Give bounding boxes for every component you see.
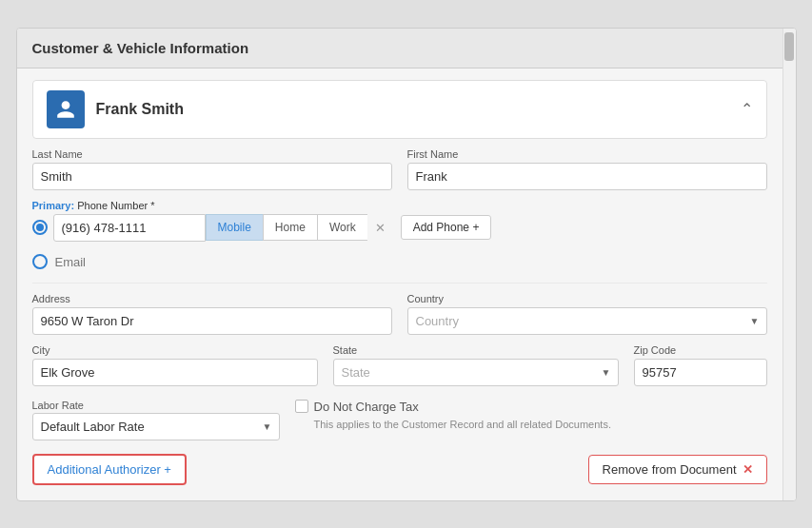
customer-header: Frank Smith ⌃ (32, 80, 767, 139)
labor-rate-select[interactable]: Default Labor Rate (32, 413, 280, 440)
email-row (32, 251, 767, 284)
phone-primary-label: Primary: (32, 200, 75, 211)
country-group: Country Country (407, 293, 767, 335)
customer-vehicle-panel: Customer & Vehicle Information Frank Smi… (16, 28, 797, 501)
zip-group: Zip Code (634, 344, 767, 386)
first-name-group: First Name (407, 148, 767, 190)
tax-sub-text: This applies to the Customer Record and … (314, 418, 767, 432)
country-label: Country (407, 293, 767, 304)
phone-delete-btn[interactable]: ✕ (367, 215, 393, 241)
country-select[interactable]: Country (407, 307, 767, 335)
address-country-row: Address Country Country (32, 293, 767, 335)
zip-label: Zip Code (634, 344, 767, 356)
phone-section-label: Primary: Phone Number * (32, 200, 767, 211)
phone-section: Primary: Phone Number * Mobile Home Work… (32, 200, 767, 242)
collapse-icon[interactable]: ⌃ (741, 100, 753, 118)
state-select-wrapper: State (333, 359, 619, 386)
state-group: State State (333, 344, 619, 386)
radio-inner-dot (36, 224, 44, 231)
first-name-label: First Name (407, 148, 767, 160)
remove-doc-x-icon: ✕ (743, 462, 753, 477)
city-input[interactable] (32, 359, 318, 386)
city-state-zip-row: City State State Zip Code (32, 344, 767, 386)
remove-from-document-button[interactable]: Remove from Document ✕ (588, 455, 767, 484)
additional-authorizer-button[interactable]: Additional Authorizer + (32, 454, 187, 485)
phone-radio[interactable] (32, 220, 48, 235)
content-area: Frank Smith ⌃ Last Name First Name Prima… (17, 80, 782, 500)
tax-group: Do Not Charge Tax This applies to the Cu… (295, 396, 767, 432)
labor-rate-group: Labor Rate Default Labor Rate (32, 396, 280, 440)
city-group: City (32, 344, 318, 386)
email-input[interactable] (55, 251, 767, 273)
first-name-input[interactable] (407, 163, 767, 190)
scrollbar-thumb[interactable] (784, 32, 794, 61)
scrollbar[interactable] (782, 29, 796, 500)
zip-input[interactable] (634, 359, 767, 386)
labor-rate-select-wrapper: Default Labor Rate (32, 413, 280, 440)
customer-avatar (47, 90, 85, 128)
remove-doc-label: Remove from Document (603, 462, 737, 477)
person-icon (55, 99, 76, 120)
country-select-wrapper: Country (407, 307, 767, 335)
state-select[interactable]: State (333, 359, 619, 386)
labor-tax-row: Labor Rate Default Labor Rate Do Not Cha… (32, 396, 767, 440)
last-name-group: Last Name (32, 148, 392, 190)
phone-type-home[interactable]: Home (263, 214, 317, 241)
last-name-input[interactable] (32, 163, 392, 190)
city-label: City (32, 344, 318, 356)
address-label: Address (32, 293, 392, 304)
panel-title: Customer & Vehicle Information (17, 29, 796, 68)
state-label: State (333, 344, 619, 356)
phone-row: Mobile Home Work ✕ Add Phone + (32, 214, 767, 242)
phone-type-mobile[interactable]: Mobile (206, 214, 263, 241)
tax-checkbox-row: Do Not Charge Tax (295, 400, 767, 414)
last-name-label: Last Name (32, 148, 392, 160)
action-row: Additional Authorizer + Remove from Docu… (32, 454, 767, 485)
phone-type-work[interactable]: Work (317, 214, 367, 241)
name-row: Last Name First Name (32, 148, 767, 190)
do-not-charge-tax-checkbox[interactable] (295, 400, 308, 413)
add-phone-button[interactable]: Add Phone + (401, 215, 492, 240)
labor-rate-label: Labor Rate (32, 400, 84, 411)
address-input[interactable] (32, 307, 392, 335)
customer-name: Frank Smith (96, 101, 741, 118)
do-not-charge-tax-label: Do Not Charge Tax (314, 400, 419, 414)
address-group: Address (32, 293, 392, 335)
phone-input[interactable] (53, 214, 206, 242)
email-radio[interactable] (32, 254, 48, 269)
